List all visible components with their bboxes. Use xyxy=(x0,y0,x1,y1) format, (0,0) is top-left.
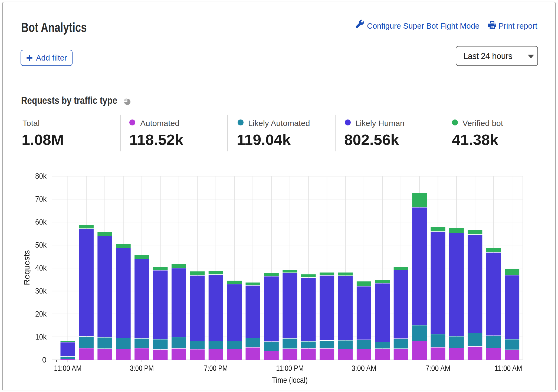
svg-text:50k: 50k xyxy=(35,241,47,249)
svg-text:40k: 40k xyxy=(35,264,47,272)
svg-text:20k: 20k xyxy=(35,310,47,318)
svg-text:11:00 AM: 11:00 AM xyxy=(495,364,522,373)
svg-text:11:00 PM: 11:00 PM xyxy=(276,364,304,373)
svg-text:80k: 80k xyxy=(35,172,47,180)
svg-text:3:00 AM: 3:00 AM xyxy=(352,364,376,373)
svg-text:0: 0 xyxy=(42,356,47,364)
svg-text:60k: 60k xyxy=(35,218,47,226)
svg-text:Requests: Requests xyxy=(22,250,31,285)
svg-text:7:00 PM: 7:00 PM xyxy=(204,364,228,373)
svg-text:10k: 10k xyxy=(35,333,47,341)
svg-text:3:00 PM: 3:00 PM xyxy=(130,364,154,373)
svg-text:30k: 30k xyxy=(35,287,47,295)
svg-text:Time (local): Time (local) xyxy=(272,376,308,384)
svg-text:70k: 70k xyxy=(35,195,47,203)
svg-text:7:00 AM: 7:00 AM xyxy=(426,364,451,373)
svg-text:11:00 AM: 11:00 AM xyxy=(54,364,82,373)
